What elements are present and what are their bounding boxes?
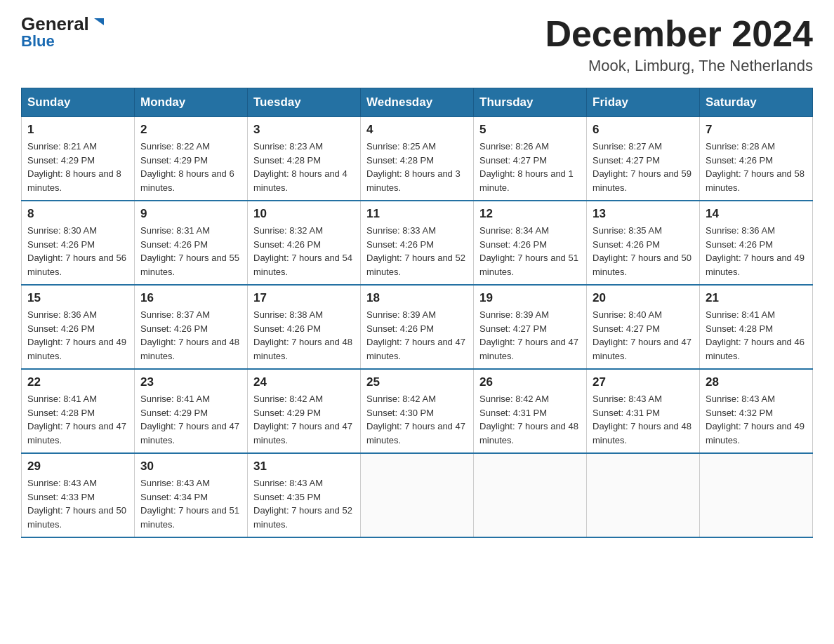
month-title: December 2024 [545,14,813,54]
day-number: 8 [27,207,128,221]
day-number: 10 [253,207,355,221]
day-info: Sunrise: 8:41 AMSunset: 4:28 PMDaylight:… [706,309,805,361]
day-info: Sunrise: 8:39 AMSunset: 4:26 PMDaylight:… [366,309,465,361]
day-info: Sunrise: 8:41 AMSunset: 4:28 PMDaylight:… [27,394,126,445]
calendar-day-cell: 19 Sunrise: 8:39 AMSunset: 4:27 PMDaylig… [474,285,587,369]
location: Mook, Limburg, The Netherlands [545,57,813,75]
day-number: 13 [593,207,694,221]
calendar-day-cell: 31 Sunrise: 8:43 AMSunset: 4:35 PMDaylig… [248,453,361,537]
day-info: Sunrise: 8:35 AMSunset: 4:26 PMDaylight:… [593,225,691,277]
svg-marker-0 [94,18,104,25]
day-info: Sunrise: 8:36 AMSunset: 4:26 PMDaylight:… [706,225,805,277]
day-number: 22 [27,375,128,389]
day-info: Sunrise: 8:26 AMSunset: 4:27 PMDaylight:… [479,141,574,193]
day-number: 29 [27,459,128,474]
day-info: Sunrise: 8:43 AMSunset: 4:34 PMDaylight:… [140,478,239,530]
day-number: 5 [479,123,581,137]
col-header-wednesday: Wednesday [361,88,474,117]
col-header-friday: Friday [587,88,700,117]
day-number: 4 [366,123,468,137]
calendar-empty-cell [474,453,587,537]
calendar-week-row: 22 Sunrise: 8:41 AMSunset: 4:28 PMDaylig… [22,369,813,453]
calendar-day-cell: 21 Sunrise: 8:41 AMSunset: 4:28 PMDaylig… [700,285,813,369]
title-block: December 2024 Mook, Limburg, The Netherl… [545,14,813,75]
day-number: 1 [27,123,128,137]
day-number: 25 [366,375,468,389]
day-number: 14 [706,207,807,221]
day-number: 15 [27,291,128,305]
day-info: Sunrise: 8:42 AMSunset: 4:30 PMDaylight:… [366,394,465,445]
day-number: 18 [366,291,468,305]
day-info: Sunrise: 8:38 AMSunset: 4:26 PMDaylight:… [253,309,352,361]
day-info: Sunrise: 8:27 AMSunset: 4:27 PMDaylight:… [593,141,691,193]
calendar-day-cell: 26 Sunrise: 8:42 AMSunset: 4:31 PMDaylig… [474,369,587,453]
day-info: Sunrise: 8:43 AMSunset: 4:33 PMDaylight:… [27,478,126,530]
calendar-day-cell: 15 Sunrise: 8:36 AMSunset: 4:26 PMDaylig… [22,285,135,369]
calendar-day-cell: 23 Sunrise: 8:41 AMSunset: 4:29 PMDaylig… [135,369,248,453]
calendar-day-cell: 4 Sunrise: 8:25 AMSunset: 4:28 PMDayligh… [361,117,474,201]
day-info: Sunrise: 8:43 AMSunset: 4:35 PMDaylight:… [253,478,352,530]
calendar-day-cell: 3 Sunrise: 8:23 AMSunset: 4:28 PMDayligh… [248,117,361,201]
day-info: Sunrise: 8:34 AMSunset: 4:26 PMDaylight:… [479,225,578,277]
day-number: 9 [140,207,241,221]
calendar-empty-cell [361,453,474,537]
calendar-day-cell: 18 Sunrise: 8:39 AMSunset: 4:26 PMDaylig… [361,285,474,369]
calendar-day-cell: 28 Sunrise: 8:43 AMSunset: 4:32 PMDaylig… [700,369,813,453]
day-info: Sunrise: 8:33 AMSunset: 4:26 PMDaylight:… [366,225,465,277]
day-number: 30 [140,459,241,474]
col-header-saturday: Saturday [700,88,813,117]
day-number: 23 [140,375,241,389]
day-info: Sunrise: 8:23 AMSunset: 4:28 PMDaylight:… [253,141,348,193]
calendar-week-row: 1 Sunrise: 8:21 AMSunset: 4:29 PMDayligh… [22,117,813,201]
logo-icon [91,15,107,31]
calendar-header-row: SundayMondayTuesdayWednesdayThursdayFrid… [22,88,813,117]
calendar-week-row: 8 Sunrise: 8:30 AMSunset: 4:26 PMDayligh… [22,201,813,285]
calendar-empty-cell [700,453,813,537]
day-number: 17 [253,291,355,305]
calendar-day-cell: 30 Sunrise: 8:43 AMSunset: 4:34 PMDaylig… [135,453,248,537]
calendar-day-cell: 11 Sunrise: 8:33 AMSunset: 4:26 PMDaylig… [361,201,474,285]
day-number: 20 [593,291,694,305]
day-info: Sunrise: 8:40 AMSunset: 4:27 PMDaylight:… [593,309,691,361]
calendar-day-cell: 25 Sunrise: 8:42 AMSunset: 4:30 PMDaylig… [361,369,474,453]
calendar-day-cell: 16 Sunrise: 8:37 AMSunset: 4:26 PMDaylig… [135,285,248,369]
calendar-day-cell: 6 Sunrise: 8:27 AMSunset: 4:27 PMDayligh… [587,117,700,201]
day-info: Sunrise: 8:42 AMSunset: 4:31 PMDaylight:… [479,394,578,445]
day-info: Sunrise: 8:42 AMSunset: 4:29 PMDaylight:… [253,394,352,445]
calendar-day-cell: 22 Sunrise: 8:41 AMSunset: 4:28 PMDaylig… [22,369,135,453]
day-info: Sunrise: 8:39 AMSunset: 4:27 PMDaylight:… [479,309,578,361]
calendar-day-cell: 27 Sunrise: 8:43 AMSunset: 4:31 PMDaylig… [587,369,700,453]
col-header-thursday: Thursday [474,88,587,117]
col-header-monday: Monday [135,88,248,117]
calendar-day-cell: 10 Sunrise: 8:32 AMSunset: 4:26 PMDaylig… [248,201,361,285]
day-number: 16 [140,291,241,305]
calendar-day-cell: 2 Sunrise: 8:22 AMSunset: 4:29 PMDayligh… [135,117,248,201]
day-number: 6 [593,123,694,137]
day-number: 28 [706,375,807,389]
day-info: Sunrise: 8:43 AMSunset: 4:32 PMDaylight:… [706,394,805,445]
day-info: Sunrise: 8:41 AMSunset: 4:29 PMDaylight:… [140,394,239,445]
calendar-week-row: 29 Sunrise: 8:43 AMSunset: 4:33 PMDaylig… [22,453,813,537]
day-info: Sunrise: 8:37 AMSunset: 4:26 PMDaylight:… [140,309,239,361]
col-header-sunday: Sunday [22,88,135,117]
logo-general: General [21,15,89,33]
day-number: 11 [366,207,468,221]
calendar-day-cell: 13 Sunrise: 8:35 AMSunset: 4:26 PMDaylig… [587,201,700,285]
logo: General Blue [21,14,107,51]
day-info: Sunrise: 8:36 AMSunset: 4:26 PMDaylight:… [27,309,126,361]
calendar-day-cell: 17 Sunrise: 8:38 AMSunset: 4:26 PMDaylig… [248,285,361,369]
calendar-day-cell: 29 Sunrise: 8:43 AMSunset: 4:33 PMDaylig… [22,453,135,537]
calendar-day-cell: 7 Sunrise: 8:28 AMSunset: 4:26 PMDayligh… [700,117,813,201]
day-number: 2 [140,123,241,137]
day-number: 24 [253,375,355,389]
day-info: Sunrise: 8:28 AMSunset: 4:26 PMDaylight:… [706,141,805,193]
day-info: Sunrise: 8:22 AMSunset: 4:29 PMDaylight:… [140,141,234,193]
calendar-week-row: 15 Sunrise: 8:36 AMSunset: 4:26 PMDaylig… [22,285,813,369]
day-info: Sunrise: 8:32 AMSunset: 4:26 PMDaylight:… [253,225,352,277]
day-number: 12 [479,207,581,221]
day-info: Sunrise: 8:43 AMSunset: 4:31 PMDaylight:… [593,394,691,445]
page-header: General Blue December 2024 Mook, Limburg… [21,14,813,75]
day-info: Sunrise: 8:21 AMSunset: 4:29 PMDaylight:… [27,141,121,193]
calendar-empty-cell [587,453,700,537]
calendar-day-cell: 24 Sunrise: 8:42 AMSunset: 4:29 PMDaylig… [248,369,361,453]
